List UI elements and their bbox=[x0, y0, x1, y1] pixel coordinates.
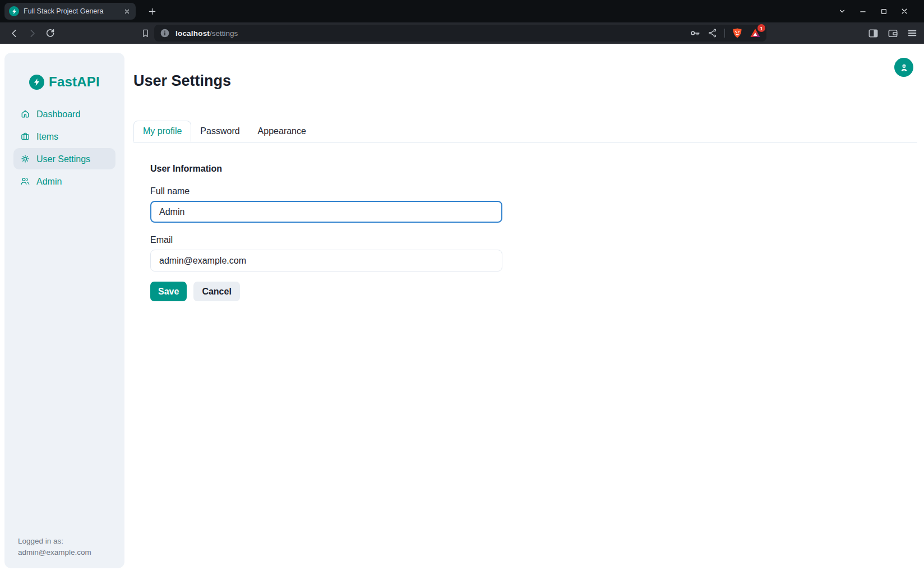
back-icon[interactable] bbox=[7, 26, 21, 40]
tab-my-profile[interactable]: My profile bbox=[133, 121, 191, 142]
logged-in-label: Logged in as: bbox=[18, 536, 91, 547]
sidebar-item-admin[interactable]: Admin bbox=[13, 171, 116, 192]
browser-tab[interactable]: Full Stack Project Genera bbox=[4, 3, 136, 20]
section-title: User Information bbox=[150, 164, 502, 174]
cancel-button[interactable]: Cancel bbox=[193, 282, 239, 301]
user-menu-avatar[interactable] bbox=[894, 58, 913, 77]
url-path: /settings bbox=[210, 29, 238, 38]
menu-icon[interactable] bbox=[907, 27, 918, 39]
brave-rewards-icon[interactable]: 1 bbox=[750, 27, 761, 39]
maximize-icon[interactable] bbox=[879, 6, 889, 16]
minimize-icon[interactable] bbox=[858, 6, 868, 16]
fastapi-favicon-icon bbox=[9, 6, 19, 16]
full-name-label: Full name bbox=[150, 186, 502, 196]
browser-window: Full Stack Project Genera bbox=[0, 0, 924, 44]
window-controls bbox=[837, 6, 924, 16]
page-title: User Settings bbox=[133, 72, 917, 90]
wallet-icon[interactable] bbox=[887, 27, 899, 39]
bookmark-icon[interactable] bbox=[138, 26, 152, 40]
browser-tab-strip: Full Stack Project Genera bbox=[0, 0, 924, 22]
sidebar-panel-icon[interactable] bbox=[867, 27, 879, 39]
sidebar-item-label: Dashboard bbox=[36, 109, 80, 119]
email-input[interactable] bbox=[150, 250, 502, 272]
gear-icon bbox=[20, 154, 30, 164]
sidebar-item-label: User Settings bbox=[36, 154, 90, 164]
address-bar-actions: 1 bbox=[690, 27, 761, 39]
main-content: User Settings My profile Password Appear… bbox=[133, 44, 924, 301]
app-page: FastAPI Dashboard Items bbox=[0, 44, 924, 575]
sidebar-item-items[interactable]: Items bbox=[13, 126, 116, 147]
site-info-icon[interactable] bbox=[160, 28, 170, 38]
url-host: localhost bbox=[175, 29, 210, 38]
tab-appearance[interactable]: Appearance bbox=[249, 121, 315, 142]
toolbar-divider bbox=[724, 29, 725, 38]
logged-in-email: admin@example.com bbox=[18, 547, 91, 558]
address-bar[interactable]: localhost/settings bbox=[154, 25, 766, 42]
email-label: Email bbox=[150, 235, 502, 245]
fastapi-logo: FastAPI bbox=[4, 53, 124, 90]
forward-icon[interactable] bbox=[25, 26, 39, 40]
save-button[interactable]: Save bbox=[150, 282, 187, 301]
fastapi-bolt-icon bbox=[29, 75, 44, 90]
browser-toolbar: localhost/settings bbox=[0, 22, 924, 44]
new-tab-button[interactable] bbox=[145, 4, 159, 19]
sidebar-item-label: Admin bbox=[36, 177, 62, 186]
sidebar-nav: Dashboard Items User Set bbox=[4, 103, 124, 192]
share-icon[interactable] bbox=[708, 28, 718, 38]
rewards-badge: 1 bbox=[757, 24, 765, 32]
form-buttons: Save Cancel bbox=[150, 282, 502, 301]
home-icon bbox=[20, 109, 30, 119]
full-name-input[interactable] bbox=[150, 201, 502, 223]
users-icon bbox=[20, 176, 30, 186]
tab-password[interactable]: Password bbox=[191, 121, 248, 142]
sidebar-item-label: Items bbox=[36, 132, 58, 141]
tab-title-fade bbox=[105, 5, 119, 17]
reload-icon[interactable] bbox=[43, 26, 57, 40]
tab-close-icon[interactable] bbox=[122, 6, 132, 16]
sidebar: FastAPI Dashboard Items bbox=[4, 53, 124, 568]
brave-shield-icon[interactable] bbox=[732, 27, 743, 39]
sidebar-item-user-settings[interactable]: User Settings bbox=[13, 148, 116, 169]
settings-tabs: My profile Password Appearance bbox=[133, 121, 917, 142]
sidebar-item-dashboard[interactable]: Dashboard bbox=[13, 103, 116, 125]
user-information-form: User Information Full name Email Save Ca… bbox=[150, 142, 502, 301]
close-window-icon[interactable] bbox=[899, 6, 909, 16]
password-key-icon[interactable] bbox=[690, 27, 701, 39]
toolbar-right-actions bbox=[867, 27, 924, 39]
logo-text: FastAPI bbox=[49, 74, 100, 90]
briefcase-icon bbox=[20, 131, 30, 141]
logged-in-info: Logged in as: admin@example.com bbox=[18, 536, 91, 558]
tab-search-chevron-icon[interactable] bbox=[837, 6, 847, 16]
